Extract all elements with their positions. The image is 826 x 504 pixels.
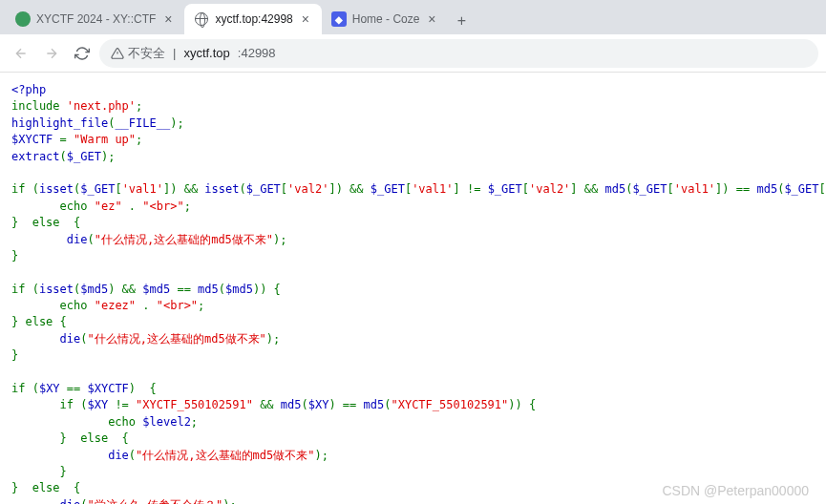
- coze-icon: ◆: [331, 11, 347, 27]
- globe-icon: [194, 11, 209, 27]
- url-separator: |: [173, 46, 176, 60]
- reload-button[interactable]: [69, 40, 95, 67]
- tab-title: xyctf.top:42998: [215, 12, 292, 26]
- forward-button[interactable]: [38, 40, 65, 67]
- insecure-warning: 不安全: [111, 45, 165, 62]
- tab-2[interactable]: xyctf.top:42998 ×: [184, 4, 321, 34]
- close-icon[interactable]: ×: [299, 12, 312, 26]
- php-source: <?php include 'next.php'; highlight_file…: [11, 82, 815, 504]
- xy-icon: [15, 11, 31, 27]
- watermark: CSDN @Peterpan00000: [662, 483, 809, 498]
- tab-3[interactable]: ◆ Home - Coze ×: [322, 4, 449, 34]
- back-button[interactable]: [8, 40, 34, 67]
- new-tab-button[interactable]: +: [448, 8, 475, 34]
- insecure-label: 不安全: [128, 45, 165, 62]
- tab-bar: XYCTF 2024 - XY::CTF × xyctf.top:42998 ×…: [0, 0, 826, 34]
- nav-bar: 不安全 | xyctf.top:42998: [0, 34, 826, 73]
- tab-title: XYCTF 2024 - XY::CTF: [36, 12, 156, 26]
- url-port: :42998: [238, 46, 276, 60]
- url-host: xyctf.top: [183, 46, 229, 60]
- close-icon[interactable]: ×: [425, 12, 438, 26]
- page-content: <?php include 'next.php'; highlight_file…: [0, 73, 826, 504]
- close-icon[interactable]: ×: [161, 12, 175, 26]
- tab-title: Home - Coze: [352, 12, 420, 26]
- address-bar[interactable]: 不安全 | xyctf.top:42998: [99, 39, 818, 68]
- warning-icon: [111, 47, 124, 60]
- tab-1[interactable]: XYCTF 2024 - XY::CTF ×: [6, 4, 184, 34]
